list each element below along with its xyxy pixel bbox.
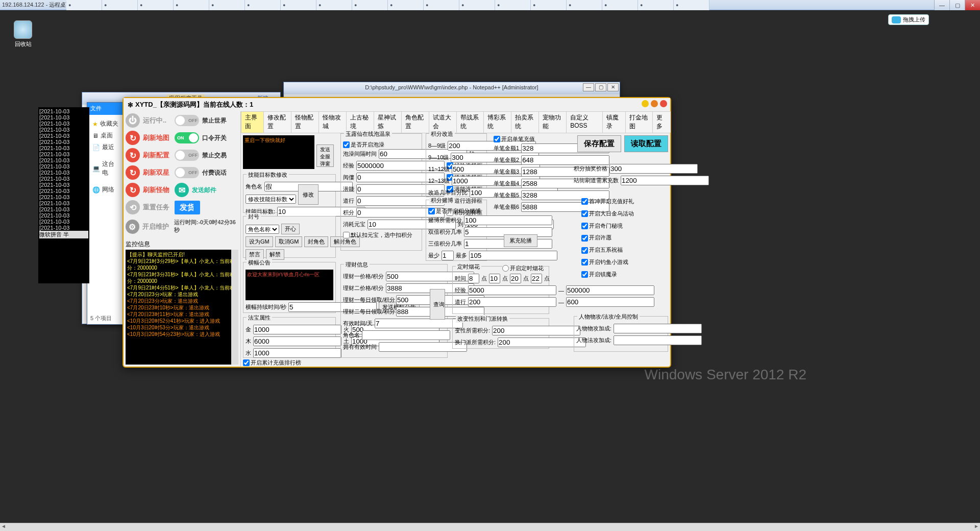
window-minimize-dot[interactable] — [642, 100, 649, 107]
browser-tab[interactable]: ● — [209, 0, 245, 10]
gamble-enable[interactable]: 是否开启积分赌博 — [428, 207, 481, 215]
tab-7[interactable]: 试道大会 — [429, 111, 457, 133]
fireworks-enable[interactable]: 开启定时烟花 — [502, 264, 544, 272]
activity-five[interactable]: 开启五系祝福 — [581, 245, 623, 255]
pwd-switch-toggle[interactable] — [175, 132, 199, 143]
browser-tab[interactable]: ● — [674, 0, 709, 10]
load-config-button[interactable]: 读取配置 — [624, 135, 668, 152]
browser-tab[interactable]: ● — [567, 0, 602, 10]
gamble-max-input[interactable] — [469, 251, 557, 260]
tab-1[interactable]: 修改配置 — [263, 111, 291, 133]
tab-3[interactable]: 怪物攻城 — [318, 111, 347, 133]
browser-tab[interactable]: ● — [245, 0, 281, 10]
tab-8[interactable]: 帮战系统 — [456, 111, 484, 133]
tab-0[interactable]: 主界面 — [241, 111, 264, 133]
explorer-window-front[interactable]: 文件 ★收藏夹 🖥桌面 📄最近 💻这台电 🌐网络 5 个项目 — [87, 102, 125, 325]
tab-9[interactable]: 博彩系统 — [483, 111, 511, 133]
browser-tab[interactable]: ● — [602, 0, 638, 10]
set-gm-button[interactable]: 设为GM — [246, 236, 273, 247]
fw-dx1[interactable] — [468, 297, 556, 307]
browser-tab[interactable]: ● — [424, 0, 459, 10]
tab-14[interactable]: 打金地图 — [625, 111, 653, 133]
browser-tab[interactable]: ● — [495, 0, 531, 10]
sidebar-desktop[interactable]: 🖥桌面 — [90, 130, 121, 141]
gender-sex-input[interactable] — [492, 326, 580, 335]
phys-bonus-input[interactable] — [614, 324, 702, 333]
browser-tab[interactable]: ● — [102, 0, 138, 10]
fw-dx2[interactable] — [566, 297, 654, 307]
refresh-monster-button[interactable]: 刷新怪物 — [143, 185, 172, 195]
tab-13[interactable]: 镇魔录 — [602, 111, 625, 133]
tab-5[interactable]: 星神试炼 — [374, 111, 402, 133]
tab-10[interactable]: 拍卖系统 — [511, 111, 539, 133]
ship-button[interactable]: 发货 — [175, 201, 200, 214]
recycle-bin[interactable]: 回收站 — [10, 20, 36, 48]
tab-11[interactable]: 宠物功能 — [538, 111, 567, 133]
fw-exp2[interactable] — [566, 285, 654, 295]
forbid-trade-toggle[interactable] — [175, 150, 199, 161]
pay-chat-toggle[interactable] — [175, 167, 199, 178]
activity-demon[interactable]: 开启镇魔录 — [581, 270, 617, 280]
browser-tab[interactable]: ● — [316, 0, 352, 10]
sidebar-favorites[interactable]: ★收藏夹 — [90, 118, 121, 130]
ban-happy-button[interactable]: 开心 — [281, 224, 300, 234]
npp-maximize[interactable]: ▢ — [595, 83, 606, 91]
fw-t4[interactable] — [531, 274, 542, 283]
sidebar-network[interactable]: 🌐网络 — [90, 184, 121, 196]
browser-tab[interactable]: ● — [459, 0, 495, 10]
scrollbar[interactable] — [231, 250, 238, 365]
browser-tab[interactable]: ● — [388, 0, 424, 10]
window-maximize-dot[interactable] — [651, 100, 658, 107]
sidebar-thispc[interactable]: 💻这台电 — [90, 158, 121, 179]
unban-speak-button[interactable]: 解禁 — [266, 249, 284, 260]
browser-tab[interactable]: ● — [281, 0, 316, 10]
seal-role-button[interactable]: 封角色 — [304, 236, 328, 247]
activity-secret[interactable]: 开启奇门秘境 — [581, 221, 623, 231]
send-mail-button[interactable]: 发送邮件 — [192, 186, 216, 195]
ban-role-select[interactable]: 角色名称 — [246, 225, 279, 234]
refresh-double-button[interactable]: 刷新双星 — [143, 168, 172, 177]
browser-tab[interactable]: ● — [638, 0, 674, 10]
terminal-window[interactable]: [2021-10-03[2021-10-03[2021-10-03[2021-1… — [38, 107, 89, 283]
browser-tab[interactable]: ● — [66, 0, 102, 10]
tab-6[interactable]: 角色配置 — [401, 111, 429, 133]
licai-days-input[interactable] — [375, 319, 463, 328]
recharge-rotate-button[interactable]: 累充轮播 — [504, 234, 537, 247]
gamble-min-input[interactable] — [442, 251, 454, 260]
hotspring-enable[interactable]: 是否开启泡澡 — [343, 141, 384, 149]
reset-task-button[interactable]: 重置任务 — [143, 203, 172, 212]
refresh-config-button[interactable]: 刷新配置 — [143, 151, 172, 160]
fabao-mu-input[interactable] — [253, 336, 341, 346]
refresh-map-button[interactable]: 刷新地图 — [143, 133, 172, 142]
cancel-gm-button[interactable]: 取消GM — [275, 236, 303, 247]
browser-tab[interactable]: ● — [531, 0, 567, 10]
window-close-dot[interactable] — [660, 100, 667, 107]
magic-bonus-input[interactable] — [614, 335, 702, 345]
close-button[interactable]: ✕ — [965, 0, 980, 10]
tab-15[interactable]: 更多 — [652, 111, 670, 133]
horizontal-scrollbar[interactable] — [0, 523, 980, 531]
explorer-file-tab[interactable]: 文件 — [87, 103, 125, 115]
fw-exp1[interactable] — [468, 285, 556, 295]
skill-modify-button[interactable]: 修改 — [298, 184, 318, 205]
activity-wish[interactable]: 开启许愿 — [581, 233, 611, 243]
fabao-jin-input[interactable] — [253, 325, 341, 334]
send-popup-button[interactable]: 发送全服弹窗 — [316, 144, 334, 167]
skill-modify-select[interactable]: 修改技能目标数 — [246, 195, 296, 204]
monitor-console[interactable]: 【提示】聊天监控已开启!<7月9日21时3分29秒>【单人】小龙人：当前积分：2… — [126, 250, 238, 365]
fabao-shui-input[interactable] — [253, 348, 341, 358]
fw-t1[interactable] — [468, 274, 479, 283]
minimize-button[interactable]: — — [934, 0, 949, 10]
tab-2[interactable]: 怪物配置 — [291, 111, 319, 133]
browser-tab[interactable]: ● — [138, 0, 174, 10]
npp-close[interactable]: ✕ — [607, 83, 619, 91]
rank-checkbox[interactable]: 开启累计充值排行榜 — [243, 359, 301, 367]
upload-pill[interactable]: 拖拽上传 — [888, 14, 929, 25]
licai-role-input[interactable] — [362, 330, 450, 340]
gender-school-input[interactable] — [498, 337, 586, 347]
tab-4[interactable]: 上古秘境 — [346, 111, 374, 133]
default-ck[interactable]: 默认扣元宝，选中扣积分 — [343, 231, 412, 239]
sidebar-recent[interactable]: 📄最近 — [90, 141, 121, 153]
lottery-price-input[interactable] — [609, 164, 698, 174]
browser-tab[interactable]: ● — [352, 0, 388, 10]
